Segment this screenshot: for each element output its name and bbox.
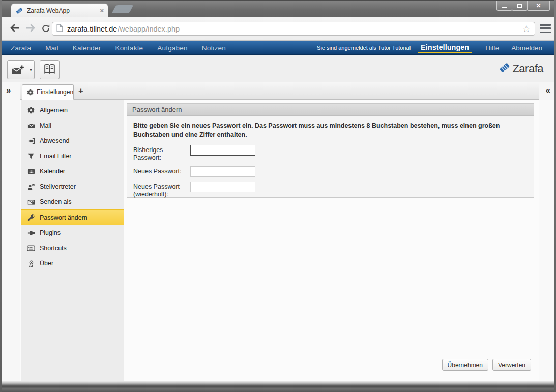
field-row-new-password: Neues Passwort: (133, 166, 528, 177)
browser-tab[interactable]: Zarafa WebApp × (11, 3, 108, 17)
sidebar-item-label: Mail (40, 122, 51, 129)
sidebar-item-label: Email Filter (40, 153, 72, 160)
window-controls: ✕ (496, 1, 549, 11)
repeat-password-label: Neues Passwort (wiederholt): (133, 182, 190, 198)
new-mail-dropdown-icon[interactable]: ▾ (27, 61, 34, 79)
close-icon: ✕ (536, 2, 541, 9)
current-password-label: Bisheriges Passwort: (133, 145, 190, 162)
addressbook-button[interactable] (40, 60, 60, 79)
app-toolbar: ▾ Zarafa (2, 55, 554, 82)
maximize-button[interactable] (512, 1, 528, 11)
navbar-left: Zarafa Mail Kalender Kontakte Aufgaben N… (2, 44, 233, 52)
discard-button[interactable]: Verwerfen (492, 359, 531, 371)
sidebar-item-label: Plugins (40, 229, 61, 236)
plug-icon (27, 229, 35, 237)
sidebar-item-label: Allgemein (40, 107, 68, 114)
collapse-right-panel-button[interactable]: « (546, 86, 550, 95)
calendar-icon (27, 168, 35, 175)
settings-sidebar: Allgemein Mail Abwesend Email Filter Kal… (21, 100, 124, 381)
new-mail-envelope-plus-icon (8, 65, 27, 75)
key-icon (27, 214, 35, 221)
sidebar-item-abwesend[interactable]: Abwesend (21, 133, 124, 148)
password-panel: Passwort ändern Bitte geben Sie ein neue… (127, 103, 534, 198)
sidebar-item-passwort-aendern[interactable]: Passwort ändern (21, 209, 124, 225)
nav-item-kontakte[interactable]: Kontakte (108, 44, 150, 52)
nav-item-hilfe[interactable]: Hilfe (479, 44, 505, 52)
add-tab-button[interactable]: + (78, 86, 83, 96)
new-mail-button[interactable]: ▾ (7, 60, 35, 79)
panel-title: Passwort ändern (127, 104, 534, 116)
panel-body: Bitte geben Sie ein neues Passwort ein. … (127, 116, 534, 208)
envelope-icon (27, 122, 35, 130)
nav-item-einstellungen[interactable]: Einstellungen (418, 42, 472, 53)
expand-left-panel-button[interactable]: » (6, 86, 11, 95)
forward-button[interactable] (25, 23, 36, 35)
tab-label: Einstellungen (37, 88, 73, 96)
back-button[interactable] (10, 23, 20, 35)
sidebar-item-label: Passwort ändern (40, 214, 87, 221)
sidebar-item-allgemein[interactable]: Allgemein (21, 103, 124, 118)
sidebar-item-kalender[interactable]: Kalender (21, 164, 124, 179)
browser-menu-icon[interactable] (540, 24, 551, 33)
sidebar-item-ueber[interactable]: Über (21, 256, 124, 271)
nav-item-notizen[interactable]: Notizen (195, 44, 233, 52)
bookmark-star-icon[interactable]: ☆ (522, 24, 531, 34)
sidebar-item-label: Abwesend (40, 137, 69, 144)
maximize-icon (517, 4, 522, 8)
zarafa-logo-icon (499, 61, 511, 76)
window-titlebar: Zarafa WebApp × ✕ (0, 0, 556, 17)
field-row-repeat-password: Neues Passwort (wiederholt): (133, 182, 528, 198)
app-tabstrip: » Einstellungen + « (2, 82, 554, 100)
sidebar-item-plugins[interactable]: Plugins (21, 225, 124, 240)
filter-icon (27, 153, 35, 160)
nav-item-zarafa[interactable]: Zarafa (4, 44, 38, 52)
sidebar-item-label: Über (40, 260, 53, 267)
nav-item-mail[interactable]: Mail (38, 44, 66, 52)
window-left-border (0, 0, 2, 392)
address-book-icon (43, 63, 56, 77)
logged-in-status: Sie sind angemeldet als Tutor Tutorial (317, 45, 411, 51)
delegate-icon (27, 183, 35, 191)
tab-einstellungen[interactable]: Einstellungen (22, 84, 74, 100)
sidebar-item-email-filter[interactable]: Email Filter (21, 148, 124, 164)
zarafa-favicon-icon (15, 7, 23, 15)
url-path: /webapp/index.php (118, 25, 518, 33)
ribbon-icon (27, 260, 35, 267)
password-instructions: Bitte geben Sie ein neues Passwort ein. … (133, 122, 528, 139)
out-of-office-icon (27, 137, 35, 145)
tab-close-icon[interactable]: × (100, 7, 104, 14)
url-bar[interactable]: zarafa.tillnet.de /webapp/index.php ☆ (52, 22, 535, 36)
url-host: zarafa.tillnet.de (67, 25, 117, 33)
minimize-icon (502, 7, 507, 8)
right-gutter (539, 100, 554, 381)
zarafa-brand: Zarafa (499, 61, 543, 76)
sidebar-item-shortcuts[interactable]: Shortcuts (21, 240, 124, 256)
nav-item-aufgaben[interactable]: Aufgaben (150, 44, 194, 52)
sidebar-item-stellvertreter[interactable]: Stellvertreter (21, 179, 124, 194)
zarafa-navbar: Zarafa Mail Kalender Kontakte Aufgaben N… (2, 41, 554, 55)
send-as-icon (27, 198, 35, 206)
nav-item-kalender[interactable]: Kalender (66, 44, 108, 52)
reload-button[interactable] (41, 24, 50, 35)
nav-item-abmelden[interactable]: Abmelden (505, 44, 548, 52)
browser-window: Zarafa WebApp × ✕ zarafa.tillnet.de /web… (0, 0, 556, 392)
sidebar-item-label: Stellvertreter (40, 183, 76, 190)
left-panel-strip (2, 82, 20, 100)
sidebar-item-mail[interactable]: Mail (21, 118, 124, 133)
keyboard-icon (27, 245, 35, 252)
sidebar-item-senden-als[interactable]: Senden als (21, 194, 124, 209)
new-tab-button[interactable] (112, 5, 134, 13)
new-password-input[interactable] (190, 166, 255, 177)
browser-toolbar: zarafa.tillnet.de /webapp/index.php ☆ (2, 17, 554, 41)
field-row-current-password: Bisheriges Passwort: (133, 145, 528, 162)
new-password-label: Neues Passwort: (133, 166, 190, 175)
settings-main: Passwort ändern Bitte geben Sie ein neue… (124, 100, 539, 381)
text-caret (193, 147, 193, 154)
repeat-password-input[interactable] (190, 182, 255, 192)
sidebar-item-label: Kalender (40, 168, 65, 175)
gear-icon (27, 89, 34, 96)
current-password-input[interactable] (190, 145, 255, 156)
close-button[interactable]: ✕ (527, 1, 550, 11)
apply-button[interactable]: Übernehmen (442, 359, 488, 371)
minimize-button[interactable] (496, 1, 512, 11)
